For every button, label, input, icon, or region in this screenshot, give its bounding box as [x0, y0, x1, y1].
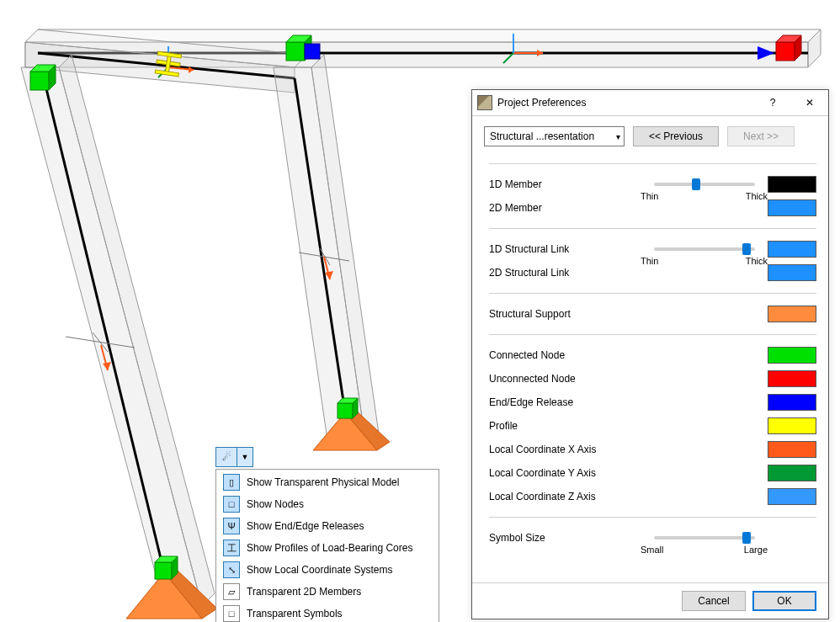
structural-display-split-button[interactable]: ☄ ▼ — [215, 447, 253, 467]
label-2d-link: 2D Structural Link — [489, 267, 641, 279]
label-unconnected-node: Unconnected Node — [489, 373, 641, 385]
color-swatch-release[interactable] — [768, 394, 816, 411]
menu-item-label: Show Profiles of Load-Bearing Cores — [247, 542, 412, 554]
slider-label-thick: Thick — [746, 191, 768, 201]
connected-node-icon — [30, 65, 56, 90]
row-symbol-size: Symbol Size SmallLarge — [489, 526, 816, 550]
label-axis-x: Local Coordinate X Axis — [489, 444, 641, 455]
unconnected-node-icon — [776, 35, 801, 61]
color-swatch-axis-x[interactable] — [768, 441, 816, 458]
menu-item-label: Show Nodes — [247, 498, 304, 510]
transparent-2d-icon: ▱ — [223, 583, 240, 600]
transparent-symbols-icon: □ — [223, 605, 240, 622]
slider-label-thin: Thin — [641, 256, 658, 266]
close-button[interactable]: ✕ — [791, 90, 828, 115]
menu-item-label: Show Local Coordinate Systems — [247, 564, 392, 576]
row-axis-y: Local Coordinate Y Axis — [489, 461, 816, 485]
dialog-title: Project Preferences — [497, 97, 754, 109]
row-1d-link: 1D Structural Link ThinThick — [489, 237, 816, 261]
end-release-icon — [305, 44, 320, 59]
next-button: Next >> — [727, 126, 795, 146]
svg-rect-12 — [30, 72, 49, 90]
cancel-button[interactable]: Cancel — [682, 591, 746, 611]
menu-item-label: Transparent 2D Members — [247, 586, 361, 598]
label-release: End/Edge Release — [489, 396, 641, 408]
connected-node-icon — [338, 398, 358, 418]
app-icon — [477, 95, 492, 110]
profiles-icon: 工 — [223, 540, 240, 556]
menu-item-label: Transparent Symbols — [247, 608, 343, 619]
menu-item-show-lcs[interactable]: ⤡Show Local Coordinate Systems — [218, 559, 437, 581]
slider-link-thickness[interactable] — [654, 247, 755, 251]
svg-rect-16 — [305, 44, 320, 59]
lcs-icon: ⤡ — [223, 561, 240, 578]
transparent-model-icon: ▯ — [223, 474, 240, 491]
chevron-down-icon: ▾ — [616, 132, 620, 141]
row-profile: Profile — [489, 414, 816, 438]
color-swatch-2d-member[interactable] — [768, 199, 816, 216]
svg-rect-17 — [776, 42, 795, 61]
nodes-icon: □ — [223, 496, 240, 513]
svg-rect-13 — [286, 42, 305, 61]
color-swatch-axis-z[interactable] — [768, 488, 816, 505]
structural-display-menu: ▯Show Transparent Physical Model □Show N… — [215, 469, 439, 622]
svg-line-2 — [42, 72, 164, 572]
row-1d-member: 1D Member ThinThick — [489, 173, 816, 196]
row-unconnected-node: Unconnected Node — [489, 367, 816, 391]
label-support: Structural Support — [489, 308, 641, 320]
menu-item-transparent-symbols[interactable]: □Transparent Symbols — [218, 603, 437, 622]
help-button[interactable]: ? — [754, 90, 791, 115]
color-swatch-1d-member[interactable] — [768, 176, 816, 193]
close-icon: ✕ — [805, 97, 814, 109]
ok-button[interactable]: OK — [752, 591, 816, 611]
combo-value: Structural ...resentation — [490, 130, 594, 142]
dialog-titlebar[interactable]: Project Preferences ? ✕ — [472, 90, 828, 116]
slider-symbol-size[interactable] — [654, 536, 755, 540]
svg-rect-15 — [338, 403, 353, 418]
color-swatch-connected-node[interactable] — [768, 347, 816, 364]
color-swatch-axis-y[interactable] — [768, 465, 816, 481]
row-support: Structural Support — [489, 302, 816, 326]
color-swatch-1d-link[interactable] — [768, 241, 816, 258]
label-symbol-size: Symbol Size — [489, 532, 641, 544]
row-axis-z: Local Coordinate Z Axis — [489, 485, 816, 508]
label-1d-link: 1D Structural Link — [489, 243, 641, 255]
svg-rect-14 — [155, 562, 172, 579]
label-axis-z: Local Coordinate Z Axis — [489, 491, 641, 502]
row-connected-node: Connected Node — [489, 343, 816, 367]
structural-display-icon: ☄ — [215, 447, 237, 467]
slider-label-large: Large — [744, 545, 768, 555]
row-release: End/Edge Release — [489, 391, 816, 414]
menu-item-show-profiles[interactable]: 工Show Profiles of Load-Bearing Cores — [218, 537, 437, 559]
label-connected-node: Connected Node — [489, 349, 641, 361]
menu-item-show-releases[interactable]: ΨShow End/Edge Releases — [218, 515, 437, 537]
menu-item-transparent-2d[interactable]: ▱Transparent 2D Members — [218, 581, 437, 603]
slider-label-thin: Thin — [641, 191, 658, 201]
color-swatch-unconnected-node[interactable] — [768, 370, 816, 387]
menu-item-label: Show End/Edge Releases — [247, 520, 364, 532]
color-swatch-2d-link[interactable] — [768, 264, 816, 281]
menu-item-label: Show Transparent Physical Model — [247, 476, 399, 488]
label-axis-y: Local Coordinate Y Axis — [489, 467, 641, 479]
menu-item-show-nodes[interactable]: □Show Nodes — [218, 493, 437, 515]
connected-node-icon — [155, 556, 178, 579]
color-swatch-support[interactable] — [768, 306, 816, 322]
releases-icon: Ψ — [223, 518, 240, 534]
row-axis-x: Local Coordinate X Axis — [489, 438, 816, 461]
slider-label-small: Small — [641, 545, 664, 555]
color-swatch-profile[interactable] — [768, 417, 816, 434]
menu-item-transparent-physical[interactable]: ▯Show Transparent Physical Model — [218, 471, 437, 493]
label-2d-member: 2D Member — [489, 202, 641, 214]
chevron-down-icon[interactable]: ▼ — [237, 447, 253, 467]
label-profile: Profile — [489, 420, 641, 432]
project-preferences-dialog: Project Preferences ? ✕ Structural ...re… — [471, 89, 829, 619]
category-combo[interactable]: Structural ...resentation▾ — [484, 126, 625, 146]
label-1d-member: 1D Member — [489, 178, 641, 190]
slider-member-thickness[interactable] — [654, 183, 755, 186]
slider-label-thick: Thick — [746, 256, 768, 266]
previous-button[interactable]: << Previous — [633, 126, 719, 146]
